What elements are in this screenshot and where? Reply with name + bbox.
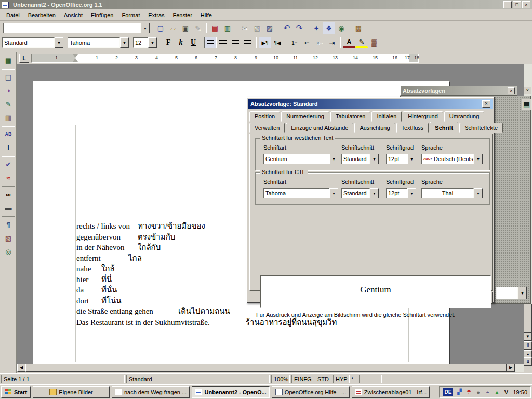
- tab-schrift[interactable]: Schrift: [430, 122, 458, 134]
- update-icon[interactable]: ▲: [493, 389, 501, 395]
- dropdown-icon[interactable]: ▼: [329, 188, 338, 198]
- minimize-icon[interactable]: _: [503, 1, 512, 8]
- next-page-icon[interactable]: ⇊: [524, 357, 532, 366]
- tab-nummerierung[interactable]: Nummerierung: [281, 111, 329, 122]
- first-line-indent-marker[interactable]: [73, 54, 78, 58]
- ctl-size-combobox[interactable]: 12pt ▼: [386, 188, 416, 198]
- ltr-direction-icon[interactable]: ▶¶: [259, 37, 271, 48]
- save-icon[interactable]: ▣: [179, 22, 192, 34]
- bold-icon[interactable]: F: [162, 37, 175, 48]
- western-size-combobox[interactable]: 12pt ▼: [386, 154, 416, 164]
- dialog-close-icon[interactable]: ×: [482, 100, 490, 108]
- cut-icon[interactable]: ✂: [238, 22, 251, 34]
- dropdown-icon[interactable]: ▼: [407, 154, 416, 164]
- menu-extras[interactable]: Extras: [144, 10, 168, 20]
- style-dropdown-icon[interactable]: ▼: [55, 37, 63, 48]
- stylist-icon[interactable]: ❖: [323, 22, 335, 34]
- horizontal-scrollbar[interactable]: ◀ ▶: [17, 364, 524, 372]
- menu-bearbeiten[interactable]: Bearbeiten: [24, 10, 60, 20]
- tab-textfluss[interactable]: Textfluss: [396, 123, 429, 133]
- data-sources-icon[interactable]: ▬: [2, 202, 15, 214]
- western-font-combobox[interactable]: Gentium ▼: [263, 154, 338, 164]
- status-hyperlink-mode[interactable]: HYP: [333, 375, 350, 383]
- menu-ansicht[interactable]: Ansicht: [60, 10, 87, 20]
- insert-table-icon[interactable]: ▦: [2, 54, 15, 66]
- western-language-combobox[interactable]: ABC✔ Deutsch (Deutsc ▼: [421, 154, 483, 164]
- stylist-close-icon[interactable]: ×: [508, 87, 515, 94]
- url-dropdown-icon[interactable]: ▼: [141, 23, 150, 33]
- spellcheck-icon[interactable]: ✔: [2, 158, 15, 170]
- status-insert-mode[interactable]: EINFG: [291, 375, 313, 383]
- menu-format[interactable]: Format: [117, 10, 144, 20]
- menu-datei[interactable]: Datei: [2, 10, 24, 20]
- open-icon[interactable]: ▱: [167, 22, 179, 34]
- insert-fields-icon[interactable]: ▤: [2, 71, 15, 83]
- taskbar-window-eigene-bilder[interactable]: Eigene Bilder: [33, 386, 110, 398]
- status-selection-mode[interactable]: STD: [315, 375, 331, 383]
- align-right-icon[interactable]: [229, 37, 242, 48]
- dropdown-icon[interactable]: ▼: [370, 188, 379, 198]
- ctl-language-combobox[interactable]: Thai ▼: [421, 188, 483, 198]
- numbered-list-icon[interactable]: 1≡: [288, 37, 301, 48]
- decrease-indent-icon[interactable]: ⇤: [313, 37, 326, 48]
- url-combobox[interactable]: ▼: [3, 23, 150, 33]
- volume-icon[interactable]: ●: [474, 389, 482, 395]
- tab-umrandung[interactable]: Umrandung: [444, 111, 484, 122]
- tab-position[interactable]: Position: [249, 111, 280, 122]
- gallery-icon[interactable]: ▩: [352, 22, 365, 34]
- western-style-combobox[interactable]: Standard ▼: [341, 154, 379, 164]
- align-center-icon[interactable]: [217, 37, 229, 48]
- menu-hilfe[interactable]: Hilfe: [196, 10, 216, 20]
- underline-icon[interactable]: U: [187, 37, 200, 48]
- status-page-style[interactable]: Standard: [126, 375, 270, 383]
- tab-ausrichtung[interactable]: Ausrichtung: [354, 123, 395, 133]
- find-replace-icon[interactable]: ∞: [2, 188, 15, 201]
- status-zoom[interactable]: 100%: [271, 375, 290, 383]
- dropdown-icon[interactable]: ▼: [407, 188, 416, 198]
- taskbar-window-unbenannt2[interactable]: Unbenannt2 - OpenO...: [192, 386, 270, 398]
- dialog-titlebar[interactable]: Absatzvorlage: Standard ×: [248, 99, 493, 109]
- start-button[interactable]: Start: [1, 386, 31, 398]
- undo-icon[interactable]: ↶: [281, 22, 293, 34]
- insert-frame-icon[interactable]: ▥: [2, 111, 15, 124]
- highlighting-icon[interactable]: ✎: [355, 37, 368, 48]
- maximize-icon[interactable]: □: [513, 1, 521, 8]
- horizontal-ruler[interactable]: 1 1 2 3 4 5 6 7 8 9 10 11 12 13 14 15 16…: [31, 54, 419, 63]
- align-left-icon[interactable]: [204, 37, 217, 48]
- font-color-icon[interactable]: A: [343, 37, 355, 48]
- paragraph-style-combobox[interactable]: Standard ▼: [2, 37, 63, 48]
- direct-cursor-icon[interactable]: I: [2, 141, 15, 154]
- language-indicator[interactable]: DE: [443, 388, 453, 396]
- tab-einzuege[interactable]: Einzüge und Abstände: [286, 123, 353, 133]
- italic-icon[interactable]: k: [175, 37, 187, 48]
- dropdown-icon[interactable]: ▼: [474, 154, 483, 164]
- taskbar-window-weg-fragen[interactable]: nach dem Weg fragen ...: [112, 386, 190, 398]
- tab-stop-type-button[interactable]: L: [19, 54, 29, 63]
- dropdown-icon[interactable]: ▼: [474, 188, 483, 198]
- bullet-list-icon[interactable]: •≡: [301, 37, 313, 48]
- hyperlink-icon[interactable]: ◉: [335, 22, 348, 34]
- stylist-titlebar[interactable]: Absatzvorlagen ×: [400, 86, 517, 96]
- font-dropdown-icon[interactable]: ▼: [120, 37, 129, 48]
- autotext-icon[interactable]: AB: [2, 128, 15, 140]
- stylist-filter-combobox[interactable]: ▼: [496, 287, 527, 299]
- scroll-left-icon[interactable]: ◀: [17, 364, 25, 372]
- taskbar-window-zwischenablage[interactable]: Zwischenablage01 - Irf...: [352, 386, 430, 398]
- left-indent-marker[interactable]: [73, 58, 78, 62]
- menu-fenster[interactable]: Fenster: [169, 10, 196, 20]
- messenger-icon[interactable]: V: [502, 389, 510, 395]
- export-pdf-icon[interactable]: ▤: [209, 22, 221, 34]
- scroll-right-icon[interactable]: ▶: [507, 364, 515, 372]
- tab-schrifteffekte[interactable]: Schrifteffekte: [459, 123, 503, 133]
- dropdown-icon[interactable]: ▼: [329, 154, 338, 164]
- draw-functions-icon[interactable]: ✎: [2, 98, 15, 110]
- hscroll-thumb[interactable]: [25, 364, 507, 372]
- vscroll-thumb[interactable]: [524, 304, 532, 332]
- antivirus-icon[interactable]: ☂: [464, 389, 473, 395]
- quickstarter-icon[interactable]: ▞: [455, 389, 463, 395]
- nonprinting-chars-icon[interactable]: ¶: [2, 218, 15, 231]
- stylist-mode-icon[interactable]: ▦: [522, 99, 531, 110]
- window-titlebar[interactable]: Unbenannt2 - OpenOffice.org 1.1 _ □ ×: [0, 0, 532, 9]
- auto-spellcheck-icon[interactable]: ≈: [2, 171, 15, 184]
- tab-initialen[interactable]: Initialen: [371, 111, 402, 122]
